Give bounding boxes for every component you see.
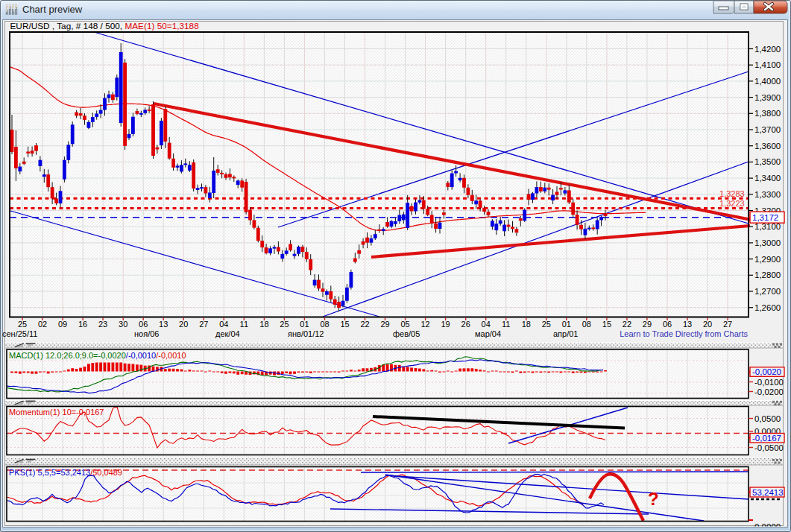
svg-text:12: 12 [420, 320, 429, 329]
svg-text:1,3800: 1,3800 [754, 109, 781, 118]
svg-text:-0,0500: -0,0500 [754, 443, 784, 452]
svg-text:20: 20 [703, 320, 712, 329]
svg-text:1,3172: 1,3172 [752, 213, 778, 222]
svg-text:29: 29 [643, 320, 652, 329]
svg-text:08: 08 [582, 320, 591, 329]
svg-text:22: 22 [623, 320, 631, 329]
svg-text:сен/25/11: сен/25/11 [2, 329, 37, 338]
svg-text:Momentum(1) 10=-0,0167: Momentum(1) 10=-0,0167 [9, 408, 104, 417]
svg-text:-0,0200: -0,0200 [754, 387, 784, 396]
svg-text:1,3223: 1,3223 [719, 199, 745, 208]
svg-text:1,2900: 1,2900 [754, 255, 781, 264]
svg-text:Learn to Trade Directly from C: Learn to Trade Directly from Charts [620, 329, 748, 338]
svg-text:04: 04 [219, 320, 228, 329]
svg-text:15: 15 [602, 320, 611, 329]
svg-text:1,3600: 1,3600 [754, 142, 781, 151]
svg-text:11: 11 [502, 320, 510, 329]
svg-text:09: 09 [58, 320, 67, 329]
svg-text:янв/01/12: янв/01/12 [288, 329, 324, 338]
svg-text:EUR/USD , Tag, # 148 / 500, MA: EUR/USD , Tag, # 148 / 500, MAE(1) 50=1,… [10, 21, 200, 31]
svg-text:0,0500: 0,0500 [754, 414, 781, 423]
svg-text:ноя/06: ноя/06 [134, 329, 159, 338]
svg-text:1,4200: 1,4200 [754, 45, 781, 54]
svg-text:Chart preview: Chart preview [22, 4, 83, 15]
svg-text:?: ? [648, 489, 659, 509]
svg-text:-0,0100: -0,0100 [754, 378, 784, 387]
svg-text:1,3500: 1,3500 [754, 157, 781, 166]
svg-text:18: 18 [522, 320, 531, 329]
svg-text:19: 19 [441, 320, 450, 329]
svg-text:04: 04 [482, 320, 491, 329]
svg-text:-0,0020: -0,0020 [752, 367, 781, 376]
svg-text:26: 26 [461, 320, 470, 329]
svg-text:53,2413: 53,2413 [752, 488, 784, 497]
svg-text:13: 13 [683, 320, 692, 329]
svg-text:18: 18 [259, 320, 268, 329]
svg-text:1,3000: 1,3000 [754, 238, 781, 247]
svg-text:дек/04: дек/04 [215, 329, 240, 338]
svg-text:02: 02 [38, 320, 47, 329]
svg-text:25: 25 [18, 320, 27, 329]
svg-text:1,3700: 1,3700 [754, 125, 781, 134]
svg-text:1,2700: 1,2700 [754, 287, 781, 296]
svg-text:1,3283: 1,3283 [719, 189, 745, 198]
svg-text:1,3900: 1,3900 [754, 93, 781, 102]
svg-text:фев/05: фев/05 [393, 329, 420, 338]
svg-text:MACD(1) 12.0;26.0;9.0=-0,0020/: MACD(1) 12.0;26.0;9.0=-0,0020/-0,0010/-0… [9, 351, 186, 360]
svg-text:мар/04: мар/04 [475, 329, 501, 338]
svg-text:27: 27 [723, 320, 732, 329]
svg-text:30: 30 [119, 320, 127, 329]
svg-text:25: 25 [542, 320, 551, 329]
svg-text:13: 13 [159, 320, 168, 329]
svg-text:05: 05 [400, 320, 409, 329]
svg-text:15: 15 [340, 320, 349, 329]
svg-text:1,3300: 1,3300 [754, 190, 781, 199]
svg-text:29: 29 [380, 320, 389, 329]
svg-text:-0,0167: -0,0167 [752, 434, 781, 443]
svg-text:1,3400: 1,3400 [754, 174, 781, 183]
svg-text:1,3100: 1,3100 [754, 222, 781, 231]
svg-text:1,2600: 1,2600 [754, 303, 781, 312]
svg-text:PKS(1) 5,5,5=53,2413/50,0489: PKS(1) 5,5,5=53,2413/50,0489 [9, 468, 122, 477]
svg-text:23: 23 [98, 320, 107, 329]
svg-text:1,4000: 1,4000 [754, 77, 781, 86]
svg-text:06: 06 [663, 320, 672, 329]
svg-text:1,2800: 1,2800 [754, 270, 781, 279]
svg-text:22: 22 [360, 320, 369, 329]
svg-text:06: 06 [139, 320, 148, 329]
svg-text:01: 01 [300, 320, 309, 329]
svg-text:20: 20 [179, 320, 188, 329]
svg-text:11: 11 [240, 320, 248, 329]
svg-text:1,4100: 1,4100 [754, 60, 781, 69]
svg-text:апр/01: апр/01 [553, 329, 578, 338]
svg-text:16: 16 [78, 320, 87, 329]
svg-text:01: 01 [562, 320, 571, 329]
svg-text:08: 08 [320, 320, 329, 329]
svg-text:25: 25 [280, 320, 289, 329]
svg-text:27: 27 [199, 320, 208, 329]
